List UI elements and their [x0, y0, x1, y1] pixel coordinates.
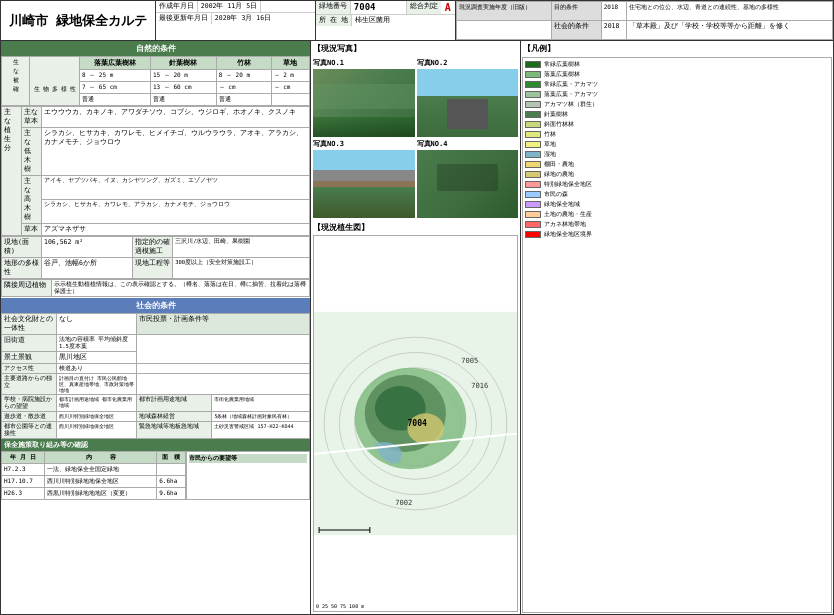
veg-height-3: 8 ～ 20 m: [216, 70, 271, 82]
legend-label-17: 緑地保全地区境界: [544, 230, 592, 239]
veg-growth-2: 普通: [150, 94, 216, 106]
veg-height-4: ～ 2 m: [271, 70, 309, 82]
left-column: 自然的条件 生な被確 生物多様性 落葉広葉樹林 針葉樹林 竹林 草地 8 ～ 2…: [1, 41, 311, 614]
photo-label: 総合判定: [406, 1, 441, 14]
photo-4-label: 写真NO.4: [417, 139, 519, 149]
bio-diversity-label: 生な被確: [2, 57, 30, 106]
card-no: 7004: [351, 1, 406, 14]
veg-type-1: 落葉広葉樹林: [80, 57, 151, 70]
legend-label-9: 湿地: [544, 150, 556, 159]
pres-date-2: H17.10.7: [2, 476, 45, 488]
soc-label-5: 主要道路からの独立: [2, 374, 57, 395]
header: 川崎市 緑地保全カルテ 作成年月日 2002年 11月 5日 最後更新年月日 2…: [1, 1, 833, 41]
pres-col-date: 年 月 日: [2, 452, 45, 464]
soc-value-3: 黒川地区: [57, 352, 137, 364]
legend-item-17: 緑地保全地区境界: [525, 230, 829, 239]
shrub-label: 主な低木樹: [22, 128, 42, 176]
soc-label-11: 緊急地域等地板急地域: [137, 422, 212, 439]
photo-value: A: [441, 1, 455, 14]
map-area: 7004 7005 7016 7002 0 25 50 75 100 m: [313, 235, 518, 612]
grass-label: 主な草本: [22, 107, 42, 128]
legend-item-13: 市民の森: [525, 190, 829, 199]
soc-label-9: 地域森林経営: [137, 412, 212, 422]
legend-color-12: [525, 181, 541, 188]
pres-area-1: [157, 464, 186, 476]
survey-col4: 住宅地との位公、水辺、青道との連続性、基地の多様性: [627, 2, 833, 21]
legend-label-10: 棚田・農地: [544, 160, 574, 169]
creation-date: 2002年 11月 5日: [198, 1, 261, 12]
survey-col1: 現況調査実施年度（旧版）: [456, 2, 551, 21]
soc-value-2: 法地の容積率 平均傾斜度1.5度本葉: [57, 335, 137, 352]
citizen-header: 市民投票・計画条件等: [137, 314, 310, 335]
legend-color-11: [525, 171, 541, 178]
legend-item-10: 棚田・農地: [525, 160, 829, 169]
pres-date-1: H7.2.3: [2, 464, 45, 476]
survey-col2: 目的条件: [552, 2, 602, 21]
main-grass: エウウウカ、カキノキ、アワダチソウ、コブシ、ウジロギ、ホオノキ、クスノキ: [42, 107, 310, 128]
legend-color-6: [525, 121, 541, 128]
soc-label-1: 社会文化財との一体性: [2, 314, 57, 335]
pres-content-1: 一法、緑地保全全国定緑地: [44, 464, 156, 476]
veg-diameter-3: ～ cm: [216, 82, 271, 94]
survey-col6: 2018: [601, 21, 627, 40]
legend-color-1: [525, 71, 541, 78]
soc-value-9: 5条林（地域森林計画対象民有林）: [212, 412, 310, 422]
legend-color-17: [525, 231, 541, 238]
herb3-label: 草本: [22, 224, 42, 236]
legend-item-0: 常緑広葉樹林: [525, 60, 829, 69]
photo-3-label: 写真NO.3: [313, 139, 415, 149]
legend-color-10: [525, 161, 541, 168]
surrounding-label: 隣接周辺植物: [2, 280, 52, 297]
creation-date-label: 作成年月日: [156, 1, 198, 12]
main-shrub: シラカシ、ヒサカキ、カワレモ、ヒメイチゴ、ウルウラウラ、アオキ、アラカシ、カナメ…: [42, 128, 310, 176]
veg-diameter-2: 13 ～ 60 cm: [150, 82, 216, 94]
legend-item-4: アカマツ林（群生）: [525, 100, 829, 109]
veg-height-1: 8 ～ 25 m: [80, 70, 151, 82]
legend-color-5: [525, 111, 541, 118]
soc-label-4: アクセス性: [2, 364, 57, 374]
photo-3-container: 写真NO.3: [313, 139, 415, 218]
herb-species: アイキ、ヤブツバキ、イヌ、カシヤツング、ガズミ、エゾノヤツ: [42, 176, 310, 200]
legend-label-14: 緑地保全地域: [544, 200, 580, 209]
location-label: 所 在 地: [316, 15, 352, 26]
legend-color-2: [525, 81, 541, 88]
photo-grid: 写真NO.1 写真NO.2 写真NO.3: [311, 56, 520, 220]
soc-value-11: 土砂災害警戒区域 157-H22-KO44: [212, 422, 310, 439]
soc-value-4: 検道あり: [57, 364, 137, 374]
veg-type-3: 竹林: [216, 57, 271, 70]
survey-col3: 2018: [601, 2, 627, 21]
legend-label-12: 特別緑地保全地区: [544, 180, 592, 189]
surrounding-value: 示示植生動植植情報は、この表示確認とする。（樽名、落落は在日、樽に抽苦、拉着此は…: [52, 280, 310, 297]
legend-label-3: 落葉広葉・アカマツ: [544, 90, 598, 99]
veg-diameter-4: ～ cm: [271, 82, 309, 94]
card-no-label: 緑地番号: [316, 1, 351, 14]
veg-growth-3: 普通: [216, 94, 271, 106]
legend-label-16: アカネ林地帯地: [544, 220, 586, 229]
pres-row-2: H17.10.7 西川川特別緑地地保全地区 6.6ha: [2, 476, 186, 488]
photo-2-label: 写真NO.2: [417, 58, 519, 68]
middle-column: 【現況写真】 写真NO.1 写真NO.2: [311, 41, 521, 614]
body: 自然的条件 生な被確 生物多様性 落葉広葉樹林 針葉樹林 竹林 草地 8 ～ 2…: [1, 41, 833, 614]
svg-text:7004: 7004: [407, 418, 427, 428]
soc-label-3: 景土景観: [2, 352, 57, 364]
legend-item-6: 斜面竹林林: [525, 120, 829, 129]
photo-4: [417, 150, 519, 218]
legend-item-14: 緑地保全地域: [525, 200, 829, 209]
legend-color-7: [525, 131, 541, 138]
main-container: 川崎市 緑地保全カルテ 作成年月日 2002年 11月 5日 最後更新年月日 2…: [0, 0, 834, 615]
legend-item-8: 草地: [525, 140, 829, 149]
topo-label: 地形の多様性: [2, 258, 42, 279]
legend-item-11: 緑地の農地: [525, 170, 829, 179]
herb-species2: シラカシ、ヒサカキ、カワレモ、アラカシ、カナメモチ、ジョウロウ: [42, 200, 310, 224]
photo-2: [417, 69, 519, 137]
legend-label-5: 針葉樹林: [544, 110, 568, 119]
plan-label: 指定的の確適模施工: [133, 237, 173, 258]
svg-text:7016: 7016: [471, 381, 488, 390]
location: 柿生区菌用: [352, 15, 393, 26]
veg-height-2: 15 ～ 20 m: [150, 70, 216, 82]
legend-color-3: [525, 91, 541, 98]
legend-item-1: 落葉広葉樹林: [525, 70, 829, 79]
soc-value-7: 市街化農業用地域: [212, 395, 310, 412]
legend-item-16: アカネ林地帯地: [525, 220, 829, 229]
species-label: 主な植生分: [2, 107, 22, 236]
